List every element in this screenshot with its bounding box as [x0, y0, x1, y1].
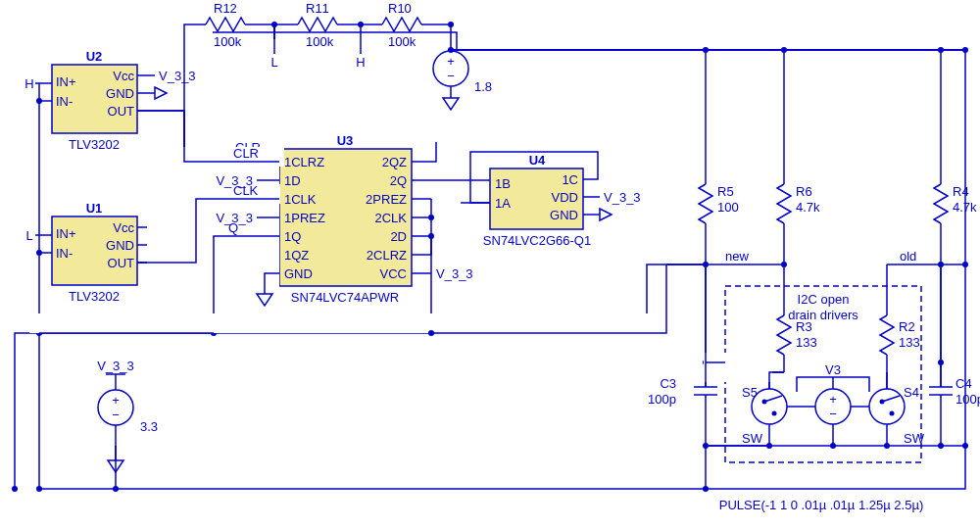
- resistor-R2: R2 133: [880, 304, 920, 372]
- svg-point-0: [36, 486, 42, 492]
- svg-point-33: [36, 98, 42, 104]
- svg-text:V_3_3: V_3_3: [604, 190, 641, 205]
- svg-text:CLK: CLK: [233, 183, 259, 198]
- ic-U4: U4 SN74LVC2G66-Q1 1B 1A 1C VDD GND: [483, 153, 591, 248]
- svg-text:old: old: [900, 249, 916, 264]
- ic-U3: U3 SN74LVC74APWR 1CLRZ 1D 1CLK 1PREZ 1Q …: [279, 133, 412, 305]
- svg-text:+: +: [112, 393, 120, 408]
- svg-text:GND: GND: [106, 86, 134, 101]
- svg-point-135: [830, 443, 836, 449]
- svg-text:3.3: 3.3: [140, 419, 158, 434]
- resistor-R4: R4 4.7k: [934, 171, 977, 253]
- svg-text:1B: 1B: [495, 176, 511, 191]
- svg-text:SN74LVC2G66-Q1: SN74LVC2G66-Q1: [483, 233, 591, 248]
- svg-text:1QZ: 1QZ: [284, 248, 309, 263]
- svg-point-105: [962, 262, 968, 267]
- svg-text:4.7k: 4.7k: [953, 200, 977, 215]
- resistor-R11: R11 100k: [284, 1, 353, 49]
- capacitor-C4: C4 100p: [929, 362, 980, 421]
- svg-text:L: L: [270, 55, 277, 70]
- svg-text:V_3_3: V_3_3: [97, 359, 134, 373]
- svg-point-139: [962, 443, 968, 449]
- svg-text:Vcc: Vcc: [113, 69, 134, 83]
- svg-text:2CLRZ: 2CLRZ: [367, 248, 407, 263]
- svg-text:OUT: OUT: [108, 256, 135, 270]
- svg-text:2QZ: 2QZ: [382, 155, 407, 169]
- voltage-source-3p3: V_3_3 + − 3.3: [97, 359, 158, 472]
- svg-text:VDD: VDD: [552, 190, 578, 205]
- svg-text:C4: C4: [956, 376, 972, 391]
- svg-point-148: [113, 486, 119, 492]
- svg-text:U1: U1: [86, 201, 103, 216]
- svg-text:I2C open: I2C open: [798, 292, 850, 307]
- svg-point-129: [869, 389, 905, 424]
- svg-text:2D: 2D: [390, 229, 407, 244]
- ic-U2: U2 TLV3202 IN+ IN- Vcc GND OUT: [52, 49, 137, 152]
- svg-text:1D: 1D: [284, 173, 301, 188]
- svg-text:IN+: IN+: [56, 226, 76, 241]
- svg-text:−: −: [829, 407, 837, 421]
- svg-text:R3: R3: [796, 319, 812, 334]
- svg-text:CLR: CLR: [233, 146, 259, 161]
- svg-text:TLV3202: TLV3202: [69, 137, 120, 152]
- svg-text:−: −: [112, 408, 120, 422]
- svg-text:GND: GND: [106, 238, 134, 253]
- svg-text:S5: S5: [742, 385, 758, 400]
- svg-point-78: [428, 215, 434, 220]
- svg-text:R4: R4: [953, 184, 969, 199]
- resistor-R6: R6 4.7k: [777, 171, 820, 253]
- resistor-R5: R5 100: [699, 171, 739, 253]
- svg-text:+: +: [829, 392, 837, 407]
- svg-point-43: [36, 250, 42, 256]
- voltage-source-V3: + − V3: [815, 362, 851, 446]
- svg-text:V_3_3: V_3_3: [436, 266, 473, 281]
- switch-S4: S4 SW: [869, 372, 925, 446]
- svg-text:Q: Q: [228, 220, 238, 235]
- svg-text:Vcc: Vcc: [113, 220, 134, 235]
- svg-text:2Q: 2Q: [390, 173, 407, 188]
- svg-rect-141: [704, 353, 772, 382]
- svg-text:100p: 100p: [956, 392, 980, 407]
- svg-text:TLV3202: TLV3202: [69, 289, 120, 304]
- svg-text:SW: SW: [742, 431, 763, 446]
- svg-text:R6: R6: [796, 184, 812, 199]
- svg-text:R11: R11: [306, 1, 329, 16]
- svg-text:IN-: IN-: [56, 246, 73, 261]
- svg-text:4.7k: 4.7k: [796, 200, 820, 215]
- svg-text:V3: V3: [825, 362, 841, 377]
- switch-S5: S5 SW: [742, 372, 787, 446]
- svg-rect-102: [29, 313, 657, 333]
- svg-text:100: 100: [717, 200, 739, 215]
- svg-point-137: [938, 443, 944, 449]
- svg-text:C3: C3: [660, 376, 676, 391]
- svg-rect-11: [294, 53, 323, 82]
- svg-text:GND: GND: [284, 266, 313, 281]
- svg-text:IN-: IN-: [56, 94, 73, 109]
- svg-text:new: new: [725, 249, 749, 264]
- svg-text:R10: R10: [388, 1, 412, 16]
- svg-point-122: [772, 411, 777, 416]
- svg-point-131: [890, 411, 895, 416]
- svg-point-16: [448, 22, 454, 27]
- svg-point-136: [884, 443, 890, 449]
- svg-text:100k: 100k: [214, 34, 242, 49]
- resistor-R12: R12 100k: [192, 1, 261, 49]
- svg-text:1Q: 1Q: [284, 229, 301, 244]
- svg-text:R12: R12: [214, 1, 237, 16]
- svg-text:L: L: [25, 228, 32, 243]
- schematic: .wire{stroke:#0000c8;stroke-width:1.5;fi…: [0, 0, 980, 529]
- svg-text:H: H: [356, 55, 365, 70]
- svg-text:R2: R2: [899, 319, 915, 334]
- svg-text:H: H: [24, 76, 33, 91]
- svg-text:133: 133: [796, 335, 817, 350]
- svg-point-14: [358, 22, 364, 27]
- svg-text:R5: R5: [717, 184, 734, 199]
- svg-point-140: [703, 486, 709, 492]
- svg-text:V_3_3: V_3_3: [159, 69, 196, 83]
- svg-text:−: −: [447, 69, 455, 83]
- svg-text:VCC: VCC: [380, 266, 407, 281]
- svg-point-1: [12, 486, 18, 492]
- svg-text:U3: U3: [337, 133, 354, 148]
- svg-text:100p: 100p: [648, 392, 676, 407]
- svg-text:GND: GND: [550, 208, 578, 222]
